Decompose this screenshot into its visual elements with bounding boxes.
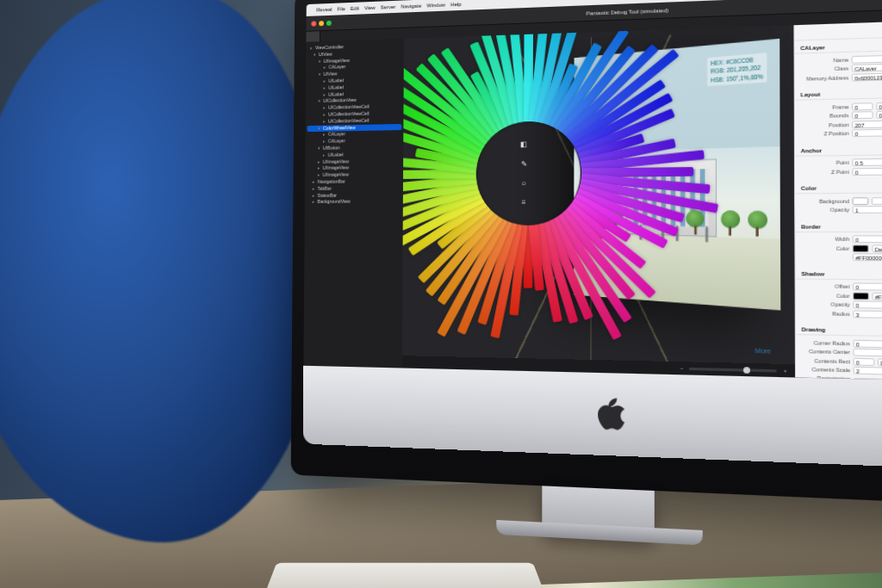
close-icon[interactable] xyxy=(311,21,316,26)
background-color-field[interactable] xyxy=(872,196,882,204)
tool-icon[interactable]: ≡ xyxy=(521,198,525,206)
disclosure-icon[interactable]: ▸ xyxy=(322,132,326,139)
disclosure-icon[interactable]: ▸ xyxy=(322,84,326,91)
disclosure-icon[interactable]: ▾ xyxy=(317,145,321,152)
frame-x[interactable]: 0 xyxy=(852,102,873,110)
field-label: Position xyxy=(801,121,849,128)
bounds-x[interactable]: 0 xyxy=(852,111,873,119)
opacity-field[interactable]: 1 xyxy=(853,206,882,214)
contents-rect-x[interactable]: 0 xyxy=(853,357,874,365)
menu-item[interactable]: Navigate xyxy=(401,3,421,9)
field-label: Memory Address xyxy=(800,74,848,81)
illustration-tree xyxy=(748,210,767,236)
disclosure-icon[interactable]: ▸ xyxy=(322,78,326,85)
menu-item[interactable]: Server xyxy=(381,4,396,10)
field-label: Bounds xyxy=(801,113,849,120)
menu-item[interactable]: File xyxy=(337,6,345,11)
zoom-out-button[interactable]: − xyxy=(680,365,684,371)
section-title: Drawing xyxy=(802,326,882,334)
disclosure-icon[interactable]: ▸ xyxy=(322,91,326,98)
more-link[interactable]: More xyxy=(755,348,771,355)
keyboard xyxy=(267,563,543,588)
disclosure-icon[interactable]: ▾ xyxy=(317,125,321,132)
zoom-slider-thumb[interactable] xyxy=(743,367,750,374)
debug-canvas[interactable]: HEX: #C8CC0B RGB: 201,205,202 HSB: 150°,… xyxy=(402,25,795,377)
frame-y[interactable]: 0 xyxy=(876,102,882,109)
field-label: Contents Scale xyxy=(802,366,850,373)
field-label: Corner Radius xyxy=(802,339,850,346)
field-label: Color xyxy=(801,245,849,251)
disclosure-icon[interactable]: ▸ xyxy=(322,139,326,145)
disclosure-icon[interactable]: ▾ xyxy=(318,71,322,78)
app-body: ▸ViewController▾UIView▾UIImageView▸CALay… xyxy=(303,20,882,381)
app-window: Pantastic Debug Tool (simulated) ▸ViewCo… xyxy=(303,0,882,381)
disclosure-icon[interactable]: ▸ xyxy=(322,152,326,158)
disclosure-icon[interactable]: ▸ xyxy=(323,65,327,71)
wheel-center-tools[interactable]: ◧ ✎ ⌕ ≡ xyxy=(488,137,560,209)
disclosure-icon[interactable]: ▸ xyxy=(312,192,316,199)
background-color-swatch[interactable] xyxy=(852,197,868,205)
hierarchy-tree[interactable]: ▸ViewController▾UIView▾UIImageView▸CALay… xyxy=(303,39,404,368)
disclosure-icon[interactable]: ▸ xyxy=(312,199,316,206)
zposition[interactable]: 0 xyxy=(852,127,882,137)
memory-address-field: 0x600012345 xyxy=(852,71,882,81)
menu-item[interactable]: Edit xyxy=(351,6,359,11)
section-title: Layout xyxy=(800,89,882,97)
inspector-panel[interactable]: ◧ ≡ ⊞ ⌾ CALayer Name ClassCALayer Memory… xyxy=(793,20,882,381)
contents-rect-y[interactable]: 0 xyxy=(878,358,882,366)
disclosure-icon[interactable]: ▾ xyxy=(318,59,322,65)
tool-icon[interactable]: ◧ xyxy=(520,140,527,148)
disclosure-icon[interactable]: ▾ xyxy=(317,98,321,105)
canvas-stage: HEX: #C8CC0B RGB: 201,205,202 HSB: 150°,… xyxy=(407,31,789,372)
tree-label: BackgroundView xyxy=(318,199,351,206)
disclosure-icon[interactable]: ▸ xyxy=(322,118,326,125)
corner-radius[interactable]: 0 xyxy=(853,339,882,349)
border-width-field[interactable]: 0 xyxy=(853,235,882,243)
tool-icon[interactable]: ⌕ xyxy=(521,179,525,187)
shadow-color-swatch[interactable] xyxy=(853,292,869,300)
tree-label: TabBar xyxy=(318,185,332,192)
disclosure-icon[interactable]: ▸ xyxy=(322,105,326,112)
disclosure-icon[interactable]: ▸ xyxy=(317,172,321,179)
menu-item[interactable]: Reveal xyxy=(316,7,332,13)
name-field[interactable] xyxy=(852,53,882,63)
tool-icon[interactable]: ✎ xyxy=(520,160,526,168)
shadow-offset-x[interactable]: 0 xyxy=(853,282,882,290)
section-title: Color xyxy=(801,184,882,191)
zoom-slider[interactable] xyxy=(689,367,777,372)
imac-chin xyxy=(303,366,882,469)
disclosure-icon[interactable]: ▸ xyxy=(312,179,316,186)
minimize-icon[interactable] xyxy=(319,21,324,26)
tree-label: CALayer xyxy=(328,138,345,145)
zoom-icon[interactable] xyxy=(326,20,332,25)
disclosure-icon[interactable]: ▸ xyxy=(312,186,316,193)
contents-center[interactable] xyxy=(853,349,882,358)
field-label: Opacity xyxy=(801,301,849,307)
imac-bezel: Reveal File Edit View Server Navigate Wi… xyxy=(291,0,882,504)
menu-item[interactable]: Help xyxy=(450,2,462,8)
menu-item[interactable]: View xyxy=(364,5,376,11)
position-x[interactable]: 207 xyxy=(852,120,882,128)
tree-row[interactable]: ▸BackgroundView xyxy=(307,199,401,206)
field-label: Name xyxy=(800,57,848,64)
disclosure-icon[interactable]: ▸ xyxy=(317,165,321,172)
disclosure-icon[interactable]: ▾ xyxy=(313,52,317,59)
tree-label: UILabel xyxy=(328,152,344,158)
imac: Reveal File Edit View Server Navigate Wi… xyxy=(291,0,882,504)
menu-item[interactable]: Window xyxy=(426,3,445,9)
shadow-radius[interactable]: 3 xyxy=(853,310,882,319)
disclosure-icon[interactable]: ▸ xyxy=(322,112,326,119)
border-color-swatch[interactable] xyxy=(853,244,869,252)
window-controls[interactable] xyxy=(311,20,331,26)
disclosure-icon[interactable]: ▸ xyxy=(309,45,314,52)
shadow-opacity[interactable]: 0 xyxy=(853,300,882,309)
field-label: Frame xyxy=(801,103,849,110)
anchor-z[interactable]: 0 xyxy=(852,167,882,176)
anchor-x[interactable]: 0.5 xyxy=(852,158,882,166)
tree-label: StatusBar xyxy=(318,192,337,199)
tab[interactable] xyxy=(306,31,320,42)
zoom-in-button[interactable]: + xyxy=(783,368,786,374)
bounds-y[interactable]: 0 xyxy=(876,111,882,119)
disclosure-icon[interactable]: ▸ xyxy=(317,158,321,165)
color-wheel[interactable]: ◧ ✎ ⌕ ≡ xyxy=(402,26,673,319)
